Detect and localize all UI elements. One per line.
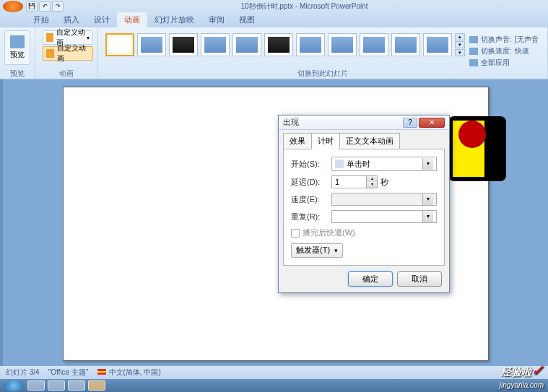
chevron-down-icon: ▾ xyxy=(422,193,433,205)
delay-spinner[interactable]: 1 ▴ ▾ xyxy=(331,175,378,188)
speed-value[interactable]: 快速 xyxy=(515,46,529,56)
start-button[interactable] xyxy=(4,380,23,391)
tab-animation[interactable]: 动画 xyxy=(117,12,147,27)
chevron-down-icon: ▾ xyxy=(87,35,90,41)
office-button[interactable] xyxy=(3,1,23,12)
qat-save-icon[interactable]: 💾 xyxy=(26,1,38,12)
transition-item[interactable] xyxy=(201,33,230,56)
custom-animation-button[interactable]: 自定义动画 xyxy=(43,46,93,61)
transition-settings: 切换声音: [无声音 切换速度: 快速 全部应用 xyxy=(468,33,540,71)
dialog-tab-timing[interactable]: 计时 xyxy=(311,133,340,149)
repeat-select[interactable]: ▾ xyxy=(331,210,437,223)
effect-options-dialog: 出现 ? ✕ 效果 计时 正文文本动画 开始(S): 单击时 ▾ 延迟(D): … xyxy=(278,115,450,293)
gallery-down-icon[interactable]: ▾ xyxy=(455,41,465,48)
animation-dropdown[interactable]: 自定义动画 ▾ xyxy=(43,30,93,45)
language-indicator[interactable]: 中文(简体, 中国) xyxy=(97,367,161,378)
window-title: 10秒倒计时.pptx - Microsoft PowerPoint xyxy=(64,1,545,12)
chevron-down-icon: ▾ xyxy=(422,158,433,170)
mouse-icon xyxy=(335,160,344,168)
transition-item[interactable] xyxy=(232,33,261,56)
transition-item[interactable] xyxy=(360,33,388,56)
gallery-more-icon[interactable]: ▾ xyxy=(455,49,465,56)
taskbar-app[interactable] xyxy=(27,380,45,391)
tab-slideshow[interactable]: 幻灯片放映 xyxy=(147,12,201,27)
ribbon-group-preview: 预览 预览 xyxy=(0,27,35,79)
tab-insert[interactable]: 插入 xyxy=(56,12,87,27)
preview-button[interactable]: 预览 xyxy=(4,30,30,65)
quick-access-toolbar: 💾 ↶ ↷ xyxy=(26,1,64,12)
anim-icon xyxy=(46,33,53,42)
tab-home[interactable]: 开始 xyxy=(26,12,56,27)
sound-icon xyxy=(469,36,478,43)
tab-design[interactable]: 设计 xyxy=(87,12,117,27)
theme-name: "Office 主题" xyxy=(48,367,89,378)
transition-none[interactable] xyxy=(105,33,134,56)
qat-undo-icon[interactable]: ↶ xyxy=(39,1,51,12)
transition-item[interactable] xyxy=(264,33,293,56)
slide-workspace xyxy=(0,79,548,366)
delay-value[interactable]: 1 xyxy=(332,176,366,188)
status-bar: 幻灯片 3/4 "Office 主题" 中文(简体, 中国) xyxy=(0,366,548,379)
transition-group-label: 切换到此幻灯片 xyxy=(98,69,547,79)
transition-item[interactable] xyxy=(137,33,166,56)
slide-counter: 幻灯片 3/4 xyxy=(6,367,40,378)
rewind-label: 播完后快退(W) xyxy=(303,227,355,238)
delay-unit: 秒 xyxy=(380,177,388,188)
cancel-button[interactable]: 取消 xyxy=(397,271,442,287)
speed-select[interactable]: ▾ xyxy=(331,193,437,206)
transition-item[interactable] xyxy=(423,33,452,56)
traffic-light-shape[interactable] xyxy=(448,116,506,181)
custom-anim-icon xyxy=(46,49,54,58)
taskbar-app[interactable] xyxy=(68,380,85,391)
check-icon: ✓ xyxy=(531,362,544,378)
transition-item[interactable] xyxy=(328,33,357,56)
title-bar: 💾 ↶ ↷ 10秒倒计时.pptx - Microsoft PowerPoint xyxy=(0,0,548,13)
start-label: 开始(S): xyxy=(291,159,331,170)
tab-review[interactable]: 审阅 xyxy=(201,12,232,27)
sound-value[interactable]: [无声音 xyxy=(515,35,539,45)
transition-item[interactable] xyxy=(169,33,198,56)
dialog-close-button[interactable]: ✕ xyxy=(419,118,445,128)
transition-item[interactable] xyxy=(296,33,325,56)
delay-label: 延迟(D): xyxy=(291,177,331,188)
gallery-scroll: ▴ ▾ ▾ xyxy=(455,33,465,56)
dialog-tab-text[interactable]: 正文文本动画 xyxy=(339,133,400,149)
trigger-button[interactable]: 触发器(T) ▾ xyxy=(291,243,343,258)
qat-redo-icon[interactable]: ↷ xyxy=(52,1,64,12)
rewind-checkbox[interactable] xyxy=(291,229,300,238)
dialog-help-button[interactable]: ? xyxy=(403,118,417,128)
watermark-url: jingyanla.com xyxy=(500,381,544,389)
spinner-up-icon[interactable]: ▴ xyxy=(367,176,377,182)
taskbar-app-active[interactable] xyxy=(88,380,105,391)
trigger-label: 触发器(T) xyxy=(296,245,330,256)
flag-icon xyxy=(97,369,106,375)
dialog-tab-effect[interactable]: 效果 xyxy=(283,133,312,149)
dialog-body: 开始(S): 单击时 ▾ 延迟(D): 1 ▴ ▾ 秒 速度(E): ▾ xyxy=(283,149,445,266)
tab-view[interactable]: 视图 xyxy=(232,12,262,27)
windows-taskbar xyxy=(0,379,548,392)
preview-icon xyxy=(10,35,25,48)
slide-canvas-area xyxy=(3,79,548,366)
ok-button[interactable]: 确定 xyxy=(348,271,393,287)
watermark: 经验啦✓ xyxy=(501,362,544,379)
taskbar-app[interactable] xyxy=(48,380,65,391)
chevron-down-icon: ▾ xyxy=(334,247,338,254)
applyall-icon xyxy=(469,59,478,66)
custom-anim-label: 自定义动画 xyxy=(57,43,90,64)
dialog-footer: 确定 取消 xyxy=(279,266,449,292)
ribbon: 预览 预览 自定义动画 ▾ 自定义动画 动画 xyxy=(0,27,548,79)
dialog-title: 出现 xyxy=(283,117,403,128)
repeat-label: 重复(R): xyxy=(291,212,331,222)
transition-item[interactable] xyxy=(391,33,420,56)
preview-label: 预览 xyxy=(10,50,25,60)
ribbon-tabs: 开始 插入 设计 动画 幻灯片放映 审阅 视图 xyxy=(0,13,548,27)
apply-all-button[interactable]: 全部应用 xyxy=(481,58,510,68)
animation-group-label: 动画 xyxy=(35,69,97,79)
speed-label-dlg: 速度(E): xyxy=(291,194,331,205)
dialog-tabs: 效果 计时 正文文本动画 xyxy=(279,130,449,149)
speed-label: 切换速度: xyxy=(481,46,512,56)
gallery-up-icon[interactable]: ▴ xyxy=(455,33,465,40)
start-select[interactable]: 单击时 ▾ xyxy=(331,157,437,171)
dialog-titlebar[interactable]: 出现 ? ✕ xyxy=(279,116,449,130)
spinner-down-icon[interactable]: ▾ xyxy=(367,182,377,188)
